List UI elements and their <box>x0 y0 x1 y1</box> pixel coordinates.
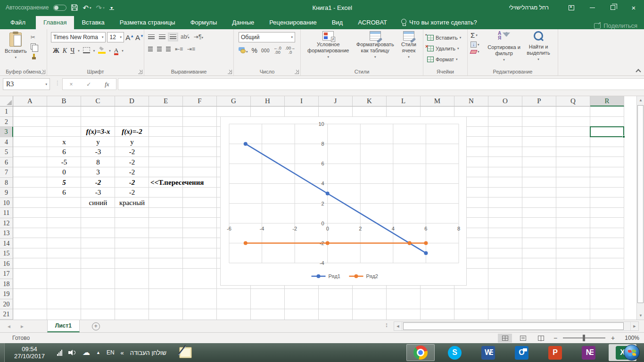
row-header-7[interactable]: 7 <box>0 167 13 178</box>
cell-D10[interactable]: красный <box>115 198 149 208</box>
borders-button[interactable] <box>83 47 90 55</box>
orientation-button[interactable]: ab⁄▾ <box>181 33 190 40</box>
cell-D8[interactable]: -2 <box>115 178 149 188</box>
ribbon-tab-рецензирование[interactable]: Рецензирование <box>262 16 324 29</box>
cell-C8[interactable]: -2 <box>81 178 115 188</box>
desktop-toolbar-label[interactable]: שולחן העבודה <box>130 349 166 356</box>
fill-color-button[interactable] <box>98 47 106 55</box>
ribbon-tab-главная[interactable]: Главная <box>36 16 74 29</box>
bold-button[interactable]: Ж <box>53 47 59 55</box>
select-all-corner[interactable] <box>0 96 13 107</box>
align-middle-button[interactable] <box>159 34 165 40</box>
ribbon-tab-файл[interactable]: Файл <box>0 16 36 29</box>
new-sheet-button[interactable]: + <box>92 322 100 330</box>
data-point[interactable] <box>408 241 412 245</box>
page-break-view-button[interactable] <box>534 334 548 343</box>
row-header-14[interactable]: 14 <box>0 239 13 249</box>
column-header-E[interactable]: E <box>149 96 183 107</box>
column-header-I[interactable]: I <box>285 96 319 107</box>
language-indicator[interactable]: EN <box>107 349 115 356</box>
collapse-ribbon-button[interactable] <box>636 68 640 73</box>
row-header-13[interactable]: 13 <box>0 228 13 239</box>
series-line-Ряд1[interactable] <box>246 144 426 253</box>
hidden-icons-arrow[interactable]: ▲ <box>96 350 100 355</box>
format-painter-button[interactable] <box>31 54 37 61</box>
cell-C5[interactable]: -3 <box>81 147 115 157</box>
taskbar-app-word[interactable]: W <box>475 344 502 361</box>
save-button[interactable] <box>71 4 78 11</box>
onedrive-cloud-icon[interactable]: ☁ <box>83 349 90 356</box>
embedded-chart[interactable]: -6-4-202468-4-20246810Ряд1Ряд2 <box>220 116 467 286</box>
increase-indent-button[interactable]: ⇥≡ <box>187 46 195 52</box>
ribbon-display-options-button[interactable] <box>561 0 582 15</box>
cell-D6[interactable]: -2 <box>115 157 149 168</box>
column-header-M[interactable]: M <box>421 96 454 107</box>
decrease-font-button[interactable]: A▼ <box>135 33 144 41</box>
data-point[interactable] <box>244 142 248 146</box>
ribbon-tab-вставка[interactable]: Вставка <box>74 16 112 29</box>
cell-D5[interactable]: -2 <box>115 147 149 157</box>
speaker-icon[interactable] <box>68 349 76 356</box>
row-header-10[interactable]: 10 <box>0 198 13 208</box>
confirm-entry-button[interactable]: ✓ <box>86 81 91 88</box>
sheet-tab[interactable]: Лист1 <box>47 320 80 332</box>
data-point[interactable] <box>424 251 428 255</box>
scroll-right-arrow[interactable]: ► <box>630 322 638 330</box>
horizontal-scrollbar[interactable]: ◄ ► <box>394 321 639 331</box>
delete-cells-button[interactable]: Удалить▾ <box>427 43 467 54</box>
data-point[interactable] <box>424 241 428 245</box>
row-header-19[interactable]: 19 <box>0 289 13 299</box>
journal-notes-icon[interactable] <box>179 347 192 358</box>
zoom-out-button[interactable]: − <box>552 334 559 342</box>
align-top-button[interactable] <box>148 34 155 40</box>
autosave-toggle[interactable] <box>53 5 66 11</box>
autosum-button[interactable]: Σ▾ <box>471 31 486 39</box>
formula-input[interactable] <box>118 78 644 90</box>
taskbar-app-chrome[interactable] <box>406 344 435 361</box>
minimize-button[interactable] <box>582 0 603 15</box>
toolbar-chevron[interactable]: « <box>121 349 124 356</box>
cell-C3[interactable]: f(x)=3-x <box>81 127 115 137</box>
clear-button[interactable]: ▾ <box>471 50 486 54</box>
increase-decimal-button[interactable]: ←.0.00 <box>273 46 281 55</box>
row-header-15[interactable]: 15 <box>0 248 13 259</box>
show-desktop-button[interactable] <box>0 343 5 362</box>
start-button[interactable] <box>622 344 641 361</box>
column-header-A[interactable]: A <box>13 96 47 107</box>
taskbar-clock[interactable]: 09:54 27/10/2017 <box>5 346 54 360</box>
column-header-F[interactable]: F <box>183 96 217 107</box>
row-header-17[interactable]: 17 <box>0 269 13 279</box>
align-right-button[interactable] <box>166 47 171 52</box>
accounting-format-button[interactable]: ▾ <box>239 47 248 54</box>
cell-C4[interactable]: y <box>81 137 115 148</box>
selected-cell[interactable] <box>590 126 624 137</box>
horizontal-scroll-thumb[interactable] <box>403 322 624 330</box>
column-header-C[interactable]: C <box>81 96 115 107</box>
row-header-4[interactable]: 4 <box>0 137 13 148</box>
row-header-18[interactable]: 18 <box>0 279 13 289</box>
increase-font-button[interactable]: A▲ <box>125 33 134 41</box>
cell-D3[interactable]: f(x)=-2 <box>115 127 149 137</box>
fill-button[interactable]: ↓▾ <box>471 41 486 48</box>
align-center-button[interactable] <box>157 47 162 52</box>
alignment-dialog-launcher[interactable] <box>228 70 232 74</box>
taskbar-app-outlook[interactable]: O <box>508 344 535 361</box>
font-dialog-launcher[interactable] <box>138 70 142 74</box>
column-header-O[interactable]: O <box>488 96 522 107</box>
row-header-12[interactable]: 12 <box>0 218 13 229</box>
decrease-indent-button[interactable]: ⇤≡ <box>175 46 183 52</box>
name-box[interactable]: R3 ▾ <box>3 78 50 90</box>
column-header-J[interactable]: J <box>319 96 353 107</box>
ribbon-tab-формулы[interactable]: Формулы <box>183 16 225 29</box>
underline-button[interactable]: Ч <box>70 47 74 55</box>
share-button[interactable]: Поделиться <box>594 22 644 29</box>
cell-C7[interactable]: 3 <box>81 167 115 178</box>
cell-C6[interactable]: 8 <box>81 157 115 168</box>
taskbar-app-skype[interactable]: S <box>441 344 468 361</box>
formula-bar-splitter[interactable]: ⋮ <box>55 80 60 86</box>
undo-button[interactable]: ↶▾ <box>83 4 91 11</box>
align-left-button[interactable] <box>148 47 153 52</box>
percent-style-button[interactable]: % <box>252 47 257 54</box>
cell-B9[interactable]: 6 <box>47 188 81 198</box>
italic-button[interactable]: К <box>63 47 67 55</box>
